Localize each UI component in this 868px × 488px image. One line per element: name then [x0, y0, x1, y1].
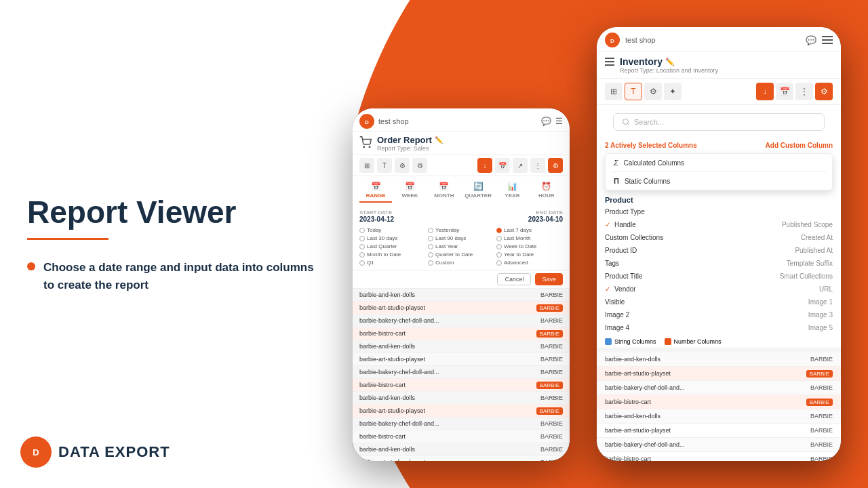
- edit-icon-left[interactable]: ✏️: [435, 136, 443, 144]
- table-row: barbie-and-ken-dolls BARBIE: [597, 352, 841, 367]
- radio-monthtodate[interactable]: Month to Date: [359, 251, 426, 258]
- cart-icon[interactable]: [359, 136, 372, 151]
- right-report-subtitle: Report Type: Location and Inventory: [620, 67, 718, 74]
- right-gear-btn[interactable]: ⚙: [815, 83, 833, 100]
- search-bar[interactable]: Search...: [613, 113, 825, 131]
- table-row: barbie-bakery-chef-doll-and... BARBIE: [353, 418, 570, 430]
- column-item-vendor[interactable]: ✓ Vendor URL: [597, 283, 841, 296]
- radio-q1[interactable]: Q1: [359, 260, 426, 266]
- right-star-btn[interactable]: ✦: [664, 83, 682, 100]
- right-text-btn[interactable]: T: [625, 83, 642, 100]
- radio-weektodate[interactable]: Week to Date: [496, 243, 563, 249]
- gear-btn[interactable]: ⚙: [548, 158, 563, 173]
- settings-btn[interactable]: ⚙: [412, 158, 427, 173]
- right-filter-btn[interactable]: ⚙: [644, 83, 662, 100]
- column-item-handle[interactable]: ✓ Handle Published Scope: [597, 218, 841, 231]
- right-menu-icon[interactable]: [605, 58, 614, 66]
- left-app-header: D test shop 💬 ☰: [353, 108, 570, 132]
- table-row: barbie-and-ken-dolls BARBIE: [353, 340, 570, 353]
- year-tab[interactable]: 📊 YEAR: [496, 179, 528, 203]
- right-chat-icon[interactable]: 💬: [806, 35, 816, 45]
- cancel-button[interactable]: Cancel: [497, 273, 531, 285]
- share-btn[interactable]: ↗: [513, 158, 528, 173]
- radio-quartertodate[interactable]: Quarter to Date: [428, 251, 494, 258]
- radio-lastquarter[interactable]: Last Quarter: [359, 243, 426, 249]
- left-content: Report Viewer Choose a date range and in…: [20, 0, 326, 488]
- table-row: barbie-bistro-cart BARBIE: [353, 327, 570, 340]
- radio-advanced[interactable]: Advanced: [496, 260, 563, 266]
- radio-yeartodate[interactable]: Year to Date: [496, 251, 563, 258]
- column-item-custom-collections[interactable]: Custom Collections Created At: [597, 231, 841, 244]
- month-tab[interactable]: 📅 MONTH: [428, 179, 460, 203]
- column-item-visible[interactable]: Visible Image 1: [597, 296, 841, 308]
- text-btn[interactable]: T: [377, 158, 392, 173]
- add-custom-column-btn[interactable]: Add Custom Column: [766, 142, 833, 149]
- hour-tab[interactable]: ⏰ HOUR: [530, 179, 563, 203]
- phone-right: D test shop 💬: [597, 27, 841, 461]
- col-right: Template Suffix: [787, 260, 833, 267]
- svg-text:D: D: [33, 447, 39, 458]
- columns-header: 2 Actively Selected Columns Add Custom C…: [597, 139, 841, 153]
- column-item-product-title[interactable]: Product Title Smart Collections: [597, 270, 841, 283]
- radio-lastyear[interactable]: Last Year: [428, 243, 494, 249]
- radio-today[interactable]: Today: [359, 227, 426, 233]
- calendar-btn[interactable]: 📅: [495, 158, 510, 173]
- left-report-subtitle: Report Type: Sales: [377, 145, 443, 152]
- radio-yesterday[interactable]: Yesterday: [428, 227, 494, 233]
- selected-columns-label: 2 Actively Selected Columns: [605, 142, 697, 149]
- right-edit-icon[interactable]: ✏️: [665, 58, 675, 66]
- download-btn[interactable]: ↓: [477, 158, 492, 173]
- column-item-tags[interactable]: Tags Template Suffix: [597, 257, 841, 270]
- calculated-columns-item[interactable]: Σ Calculated Columns: [606, 154, 832, 171]
- hamburger-menu[interactable]: [822, 36, 833, 44]
- radio-last30[interactable]: Last 30 days: [359, 235, 426, 241]
- table-row: barbie-bistro-cart BARBIE: [353, 379, 570, 392]
- column-item-product-id[interactable]: Product ID Published At: [597, 244, 841, 257]
- col-label: Product Type: [605, 208, 645, 216]
- right-cal-btn[interactable]: 📅: [776, 83, 793, 100]
- quarter-tab[interactable]: 🔄 QUARTER: [462, 179, 494, 203]
- filter-btn[interactable]: ⚙: [395, 158, 410, 173]
- range-tab[interactable]: 📅 RANGE: [359, 179, 392, 203]
- col-label: Visible: [605, 298, 625, 306]
- svg-text:D: D: [610, 38, 614, 44]
- right-more-btn[interactable]: ⋮: [795, 83, 813, 100]
- right-table-btn[interactable]: ⊞: [605, 83, 623, 100]
- col-label: Product Title: [605, 272, 643, 280]
- static-columns-item[interactable]: П Static Columns: [606, 172, 832, 190]
- column-item-image4[interactable]: Image 4 Image 5: [597, 321, 841, 334]
- col-right: Created At: [801, 234, 833, 241]
- start-date-value[interactable]: 2023-04-12: [359, 216, 394, 223]
- end-date-value[interactable]: 2023-04-10: [528, 216, 563, 223]
- logo-text: DATA EXPORT: [58, 443, 170, 461]
- left-report-title: Order Report: [377, 135, 432, 145]
- chat-icon[interactable]: 💬: [541, 117, 551, 126]
- number-columns-legend: Number Columns: [665, 338, 722, 345]
- table-row: barbie-bistro-cart BARBIE: [597, 452, 841, 461]
- week-tab[interactable]: 📅 WEEK: [393, 179, 426, 203]
- menu-icon[interactable]: ☰: [555, 117, 563, 126]
- string-columns-label: String Columns: [614, 338, 656, 345]
- right-download-btn[interactable]: ↓: [756, 83, 774, 100]
- left-header-icons: 💬 ☰: [541, 117, 563, 126]
- radio-last90[interactable]: Last 90 days: [428, 235, 494, 241]
- save-button[interactable]: Save: [535, 273, 563, 285]
- table-btn[interactable]: ⊞: [359, 158, 374, 173]
- radio-lastmonth[interactable]: Last Month: [496, 235, 563, 241]
- string-legend-dot: [605, 338, 612, 345]
- column-item-product-type[interactable]: Product Type: [597, 205, 841, 218]
- end-date-label: END DATE: [528, 209, 563, 216]
- phone-left-inner: D test shop 💬 ☰ Order Report ✏️ Report T…: [353, 108, 570, 461]
- column-item-image2[interactable]: Image 2 Image 3: [597, 308, 841, 321]
- main-title: Report Viewer: [27, 195, 326, 230]
- right-report-title: Inventory: [620, 56, 663, 67]
- more-btn[interactable]: ⋮: [530, 158, 545, 173]
- logo-area: D DATA EXPORT: [20, 436, 170, 468]
- column-section-header: Product: [597, 193, 841, 205]
- right-app-header: D test shop 💬: [597, 27, 841, 52]
- radio-custom[interactable]: Custom: [428, 260, 494, 266]
- col-right: Image 1: [808, 298, 833, 306]
- search-container: Search...: [597, 105, 841, 139]
- svg-text:D: D: [365, 119, 369, 125]
- radio-last7[interactable]: Last 7 days: [496, 227, 563, 233]
